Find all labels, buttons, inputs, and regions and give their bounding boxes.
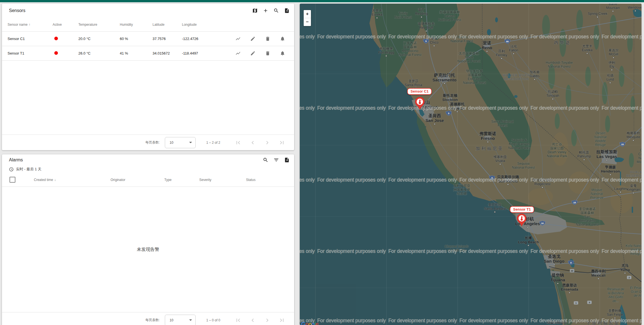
column-header-type[interactable]: Type (164, 178, 199, 182)
next-page-icon[interactable] (263, 316, 271, 324)
sensors-table-body: Sensor C120.0 °C60 %37.7576-122.4726Sens… (2, 32, 294, 61)
first-page-icon[interactable] (234, 139, 242, 147)
map-city-dot (513, 53, 514, 55)
table-row[interactable]: Sensor T126.0 °C41 %34.015672-118.4497 (2, 46, 294, 61)
column-header-temperature[interactable]: Temperature (78, 23, 120, 27)
delete-icon[interactable] (264, 36, 271, 42)
map-marker-pin[interactable] (415, 97, 425, 110)
map-label: 尤里卡Eureka (582, 44, 593, 52)
map-label: MojaveNationalPreserve (590, 188, 603, 200)
map-label: 伦德Lund (606, 74, 614, 81)
highway-shield: 3 (587, 301, 592, 304)
zoom-out-button[interactable]: − (304, 18, 311, 26)
zoom-in-button[interactable]: + (304, 10, 311, 18)
map-marker-label[interactable]: Sensor C1 (407, 88, 432, 95)
column-header-sensor-name[interactable]: Sensor name↑ (8, 23, 53, 27)
map-watermark: For development purposes only (300, 248, 315, 254)
map-city-dot (597, 17, 598, 18)
alarms-time-window[interactable]: 实时 - 最后 1 天 (2, 166, 294, 173)
column-header-longitude[interactable]: Longitude (182, 23, 216, 27)
map-label: Spring Creek (588, 12, 608, 16)
map-marker-label[interactable]: Sensor T1 (510, 206, 534, 213)
export-icon[interactable] (284, 7, 290, 14)
column-header-status[interactable]: Status (246, 178, 294, 182)
column-header-created-time[interactable]: Created time↓ (34, 178, 111, 182)
map-watermark: For development purposes only (459, 34, 528, 39)
timeseries-icon[interactable] (235, 50, 241, 56)
map-watermark: For development purposes only (388, 177, 457, 183)
items-per-page-label: 每页条数: (146, 318, 160, 322)
sensors-empty-space (2, 61, 294, 135)
map-canvas[interactable]: 5805515151082D132 尤里卡EurekaTrinityNat'l … (300, 4, 641, 325)
column-header-humidity[interactable]: Humidity (120, 23, 153, 27)
map-city-dot (426, 30, 427, 32)
map-label: 麦吉尔McGill (608, 48, 619, 56)
page-range-label: 1 – 2 of 2 (206, 141, 220, 145)
map-city-dot (534, 79, 535, 80)
column-header-active[interactable]: Active (53, 23, 78, 27)
map-mode-icon[interactable] (252, 7, 258, 14)
map-city-dot (587, 53, 588, 54)
sensors-widget: Sensors Sensor name↑ActiveTemperatureHum… (2, 4, 294, 150)
prev-page-icon[interactable] (249, 316, 257, 324)
map-city-dot (613, 57, 614, 58)
page-size-select[interactable]: 10 (165, 315, 196, 325)
prev-page-icon[interactable] (249, 139, 257, 147)
svg-text:8: 8 (570, 262, 572, 264)
delete-icon[interactable] (264, 50, 271, 56)
map-watermark: For development purposes only (300, 105, 315, 111)
map-widget[interactable]: 5805515151082D132 尤里卡EurekaTrinityNat'l … (300, 4, 641, 325)
column-header-latitude[interactable]: Latitude (153, 23, 182, 27)
export-icon[interactable] (284, 157, 290, 163)
edit-icon[interactable] (250, 36, 256, 42)
map-label: 里诺Reno (482, 41, 492, 50)
edit-icon[interactable] (250, 50, 256, 56)
items-per-page-label: 每页条数: (146, 140, 160, 145)
add-icon[interactable] (262, 7, 269, 14)
filter-icon[interactable] (273, 157, 280, 163)
top-accent-bar (0, 0, 644, 2)
select-all-checkbox[interactable] (10, 177, 15, 183)
map-city-dot (434, 45, 435, 47)
map-city-dot (598, 278, 599, 279)
alarms-widget: Alarms 实时 - 最后 1 天 Created time↓Originat… (2, 154, 294, 325)
active-status-cell (53, 37, 78, 41)
map-watermark: For development purposes only (317, 177, 386, 183)
map-city-dot (611, 69, 613, 71)
search-icon[interactable] (273, 7, 280, 14)
map-watermark: For development purposes only (459, 105, 528, 111)
page-size-select[interactable]: 10 (165, 137, 196, 148)
map-label: 加利福尼亚 (476, 146, 504, 151)
last-page-icon[interactable] (278, 316, 286, 324)
map-city-dot (606, 159, 608, 161)
alarm-bell-icon[interactable] (279, 50, 286, 56)
map-city-dot (434, 123, 435, 125)
column-header-originator[interactable]: Originator (111, 178, 164, 182)
map-city-dot (542, 187, 543, 188)
map-city-dot (584, 159, 585, 161)
map-watermark: For development purposes only (317, 34, 386, 39)
map-city-dot (635, 10, 636, 12)
map-watermark: For development purposes only (317, 105, 386, 111)
map-label: 维塞利亚Visalia (493, 155, 507, 163)
map-city-dot (487, 141, 489, 143)
next-page-icon[interactable] (263, 139, 271, 147)
svg-text:15: 15 (621, 143, 624, 146)
active-status-dot (54, 37, 58, 40)
timeseries-icon[interactable] (235, 36, 241, 42)
svg-text:10: 10 (541, 222, 544, 225)
column-header-severity[interactable]: Severity (199, 178, 246, 182)
map-city-dot (620, 192, 621, 193)
table-row[interactable]: Sensor C120.0 °C60 %37.7576-122.4726 (2, 32, 294, 46)
google-logo: Google (301, 321, 319, 325)
map-label: 帕伦普Pahrump (577, 150, 591, 158)
svg-text:2D: 2D (571, 270, 573, 272)
search-icon[interactable] (262, 157, 269, 163)
map-watermark: For development purposes only (317, 318, 386, 323)
alarm-bell-icon[interactable] (279, 36, 286, 42)
last-page-icon[interactable] (278, 139, 286, 147)
first-page-icon[interactable] (234, 316, 242, 324)
map-marker-pin[interactable] (517, 213, 527, 227)
map-label: 拉斯维加斯Las Vegas (596, 149, 617, 159)
pagination-nav (234, 139, 286, 147)
